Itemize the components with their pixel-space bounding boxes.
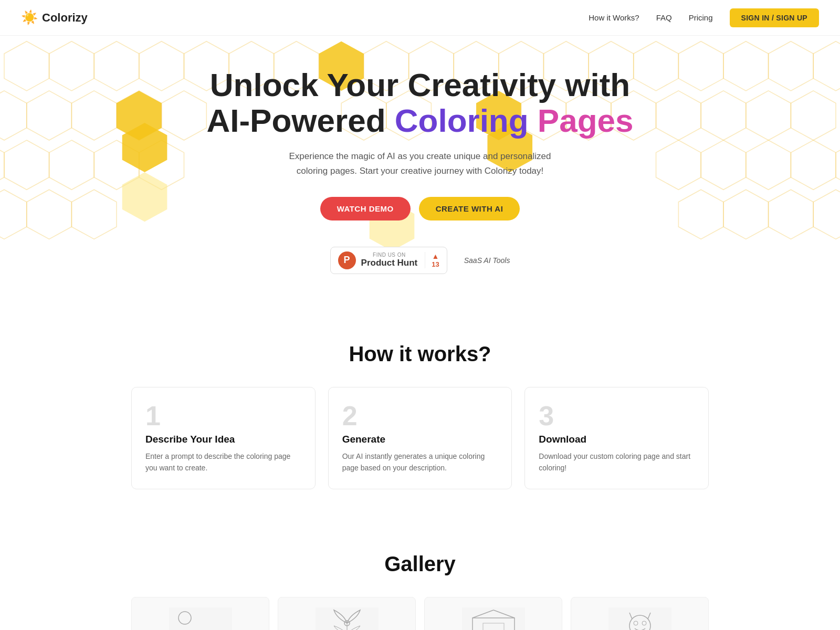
nav-links: How it Works? FAQ Pricing SIGN IN / SIGN…	[589, 8, 819, 27]
step-1-number: 1	[145, 402, 301, 429]
hero-title-pages: Pages	[529, 102, 634, 139]
step-3-title: Download	[539, 434, 695, 445]
gallery-image-3	[462, 607, 525, 630]
signin-button[interactable]: SIGN IN / SIGN UP	[730, 8, 819, 27]
hero-title-ai: AI-Powered	[206, 102, 394, 139]
svg-marker-35	[0, 140, 4, 190]
hero-title: Unlock Your Creativity with AI-Powered C…	[205, 67, 635, 139]
saas-badge: SaaS AI Tools	[464, 256, 510, 265]
hero-content: Unlock Your Creativity with AI-Powered C…	[10, 67, 830, 220]
watch-demo-button[interactable]: WATCH DEMO	[320, 197, 411, 220]
steps-grid: 1 Describe Your Idea Enter a prompt to d…	[131, 387, 709, 489]
step-1-card: 1 Describe Your Idea Enter a prompt to d…	[131, 387, 316, 489]
find-us-label: FIND US ON	[361, 252, 418, 258]
hero-buttons: WATCH DEMO CREATE WITH AI	[10, 197, 830, 220]
product-hunt-badge[interactable]: P FIND US ON Product Hunt ▲ 13	[330, 247, 447, 274]
hero-subtitle: Experience the magic of AI as you create…	[273, 149, 567, 177]
nav-how-it-works[interactable]: How it Works?	[589, 13, 639, 22]
step-2-number: 2	[342, 402, 498, 429]
product-hunt-text: FIND US ON Product Hunt	[361, 252, 418, 268]
gallery-item-2	[278, 597, 416, 630]
nav-pricing[interactable]: Pricing	[689, 13, 713, 22]
step-3-number: 3	[539, 402, 695, 429]
step-3-desc: Download your custom coloring page and s…	[539, 450, 695, 474]
step-2-title: Generate	[342, 434, 498, 445]
gallery-item-1	[131, 597, 269, 630]
gallery-image-2	[316, 607, 379, 630]
gallery-image-1	[169, 607, 232, 630]
product-hunt-name: Product Hunt	[361, 258, 418, 268]
gallery-item-4	[571, 597, 709, 630]
step-2-card: 2 Generate Our AI instantly generates a …	[328, 387, 512, 489]
create-with-ai-button[interactable]: CREATE WITH AI	[419, 197, 520, 220]
svg-rect-68	[608, 607, 671, 630]
hero-title-line1: Unlock Your Creativity with	[210, 67, 630, 103]
how-it-works-title: How it works?	[21, 342, 819, 366]
hero-title-coloring: Coloring	[395, 102, 529, 139]
svg-rect-61	[462, 607, 525, 630]
gallery-section: Gallery	[0, 521, 840, 630]
votes-count: 13	[432, 260, 439, 268]
svg-marker-44	[836, 140, 840, 190]
product-hunt-logo: P	[338, 251, 356, 269]
votes-arrow-icon: ▲	[432, 252, 439, 260]
gallery-image-4	[608, 607, 671, 630]
step-2-desc: Our AI instantly generates a unique colo…	[342, 450, 498, 474]
step-3-card: 3 Download Download your custom coloring…	[524, 387, 709, 489]
how-it-works-section: How it works? 1 Describe Your Idea Enter…	[0, 306, 840, 521]
nav-faq[interactable]: FAQ	[656, 13, 672, 22]
step-1-title: Describe Your Idea	[145, 434, 301, 445]
gallery-grid	[131, 597, 709, 630]
badges-row: P FIND US ON Product Hunt ▲ 13 SaaS AI T…	[10, 247, 830, 274]
logo-icon: ☀️	[21, 9, 38, 26]
gallery-item-3	[424, 597, 562, 630]
product-hunt-votes: ▲ 13	[425, 252, 439, 268]
step-1-desc: Enter a prompt to describe the coloring …	[145, 450, 301, 474]
gallery-title: Gallery	[21, 552, 819, 576]
logo-text: Colorizy	[42, 11, 88, 25]
hero-section: .hex-outline { fill: none; stroke: #f0c0…	[0, 36, 840, 306]
navbar: ☀️ Colorizy How it Works? FAQ Pricing SI…	[0, 0, 840, 36]
logo[interactable]: ☀️ Colorizy	[21, 9, 88, 26]
